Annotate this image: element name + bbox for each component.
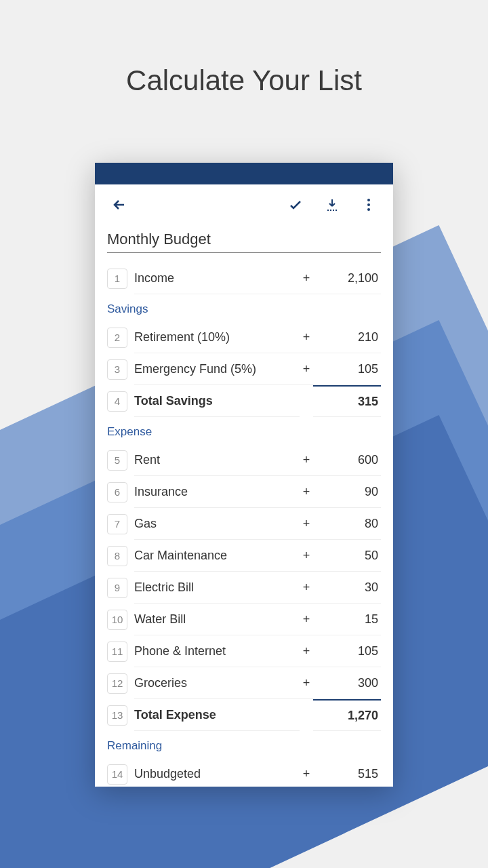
row-label: Phone & Internet	[134, 635, 300, 667]
status-bar	[95, 163, 393, 184]
svg-point-0	[367, 199, 370, 201]
row-label: Total Savings	[134, 385, 300, 417]
back-button[interactable]	[106, 191, 133, 218]
row-value: 515	[313, 758, 381, 787]
svg-point-2	[367, 208, 370, 211]
download-button[interactable]	[319, 191, 346, 218]
more-vert-icon	[361, 197, 377, 213]
list-row[interactable]: 10Water Bill+15	[107, 604, 381, 635]
more-button[interactable]	[355, 191, 382, 218]
list-row[interactable]: 8Car Maintenance+50	[107, 540, 381, 572]
row-value: 90	[313, 476, 381, 508]
list-row[interactable]: 7Gas+80	[107, 508, 381, 540]
row-label: Groceries	[134, 667, 300, 699]
row-number: 12	[107, 673, 127, 694]
row-operator: +	[300, 476, 313, 508]
row-label: Emergency Fund (5%)	[134, 353, 300, 385]
row-operator: +	[300, 635, 313, 667]
list-row[interactable]: 3Emergency Fund (5%)+105	[107, 353, 381, 385]
list-row[interactable]: 12Groceries+300	[107, 667, 381, 699]
row-number: 8	[107, 546, 127, 566]
row-value: 80	[313, 508, 381, 540]
row-number: 5	[107, 450, 127, 471]
row-number: 10	[107, 610, 127, 630]
row-number: 1	[107, 269, 127, 289]
row-label: Total Expense	[134, 699, 300, 731]
section-header: Remaining	[107, 731, 381, 758]
sheet-content: Monthly Budget 1Income+2,100Savings2Reti…	[95, 225, 393, 787]
row-label: Unbudgeted	[134, 758, 300, 787]
row-operator: +	[300, 572, 313, 604]
row-number: 11	[107, 642, 127, 662]
row-value: 15	[313, 604, 381, 635]
row-operator: +	[300, 353, 313, 385]
row-number: 4	[107, 391, 127, 412]
row-value: 2,100	[313, 262, 381, 294]
sheet-title[interactable]: Monthly Budget	[107, 225, 381, 253]
phone-frame: Monthly Budget 1Income+2,100Savings2Reti…	[95, 163, 393, 787]
row-label: Car Maintenance	[134, 540, 300, 572]
row-value: 105	[313, 635, 381, 667]
row-value: 50	[313, 540, 381, 572]
arrow-left-icon	[111, 197, 127, 213]
row-label: Water Bill	[134, 604, 300, 635]
row-label: Rent	[134, 444, 300, 476]
check-icon	[287, 197, 304, 213]
row-value: 1,270	[313, 699, 381, 731]
row-number: 7	[107, 514, 127, 534]
list-row[interactable]: 11Phone & Internet+105	[107, 635, 381, 667]
row-label: Income	[134, 262, 300, 294]
row-operator: +	[300, 540, 313, 572]
row-label: Insurance	[134, 476, 300, 508]
page-heading: Calculate Your List	[0, 64, 488, 97]
row-value: 315	[313, 385, 381, 417]
row-operator: +	[300, 604, 313, 635]
row-label: Electric Bill	[134, 572, 300, 604]
row-number: 9	[107, 578, 127, 598]
row-label: Gas	[134, 508, 300, 540]
row-number: 3	[107, 359, 127, 380]
row-number: 2	[107, 328, 127, 348]
section-header: Savings	[107, 294, 381, 321]
svg-point-1	[367, 203, 370, 206]
row-operator: +	[300, 321, 313, 353]
list-row[interactable]: 6Insurance+90	[107, 476, 381, 508]
row-label: Retirement (10%)	[134, 321, 300, 353]
row-operator: +	[300, 758, 313, 787]
toolbar	[95, 184, 393, 225]
list-row[interactable]: 5Rent+600	[107, 444, 381, 476]
row-value: 105	[313, 353, 381, 385]
list-row[interactable]: 1Income+2,100	[107, 262, 381, 294]
row-number: 13	[107, 705, 127, 726]
row-value: 210	[313, 321, 381, 353]
list-row[interactable]: 14Unbudgeted+515	[107, 758, 381, 787]
row-operator: +	[300, 262, 313, 294]
list-row[interactable]: 2Retirement (10%)+210	[107, 321, 381, 353]
row-number: 14	[107, 764, 127, 785]
list-row[interactable]: 13Total Expense+1,270	[107, 699, 381, 731]
confirm-button[interactable]	[282, 191, 309, 218]
row-value: 300	[313, 667, 381, 699]
list-row[interactable]: 4Total Savings+315	[107, 385, 381, 417]
section-header: Expense	[107, 417, 381, 444]
row-value: 30	[313, 572, 381, 604]
download-icon	[324, 197, 340, 213]
row-number: 6	[107, 482, 127, 502]
row-value: 600	[313, 444, 381, 476]
row-operator: +	[300, 508, 313, 540]
row-operator: +	[300, 444, 313, 476]
list-row[interactable]: 9Electric Bill+30	[107, 572, 381, 604]
row-operator: +	[300, 667, 313, 699]
